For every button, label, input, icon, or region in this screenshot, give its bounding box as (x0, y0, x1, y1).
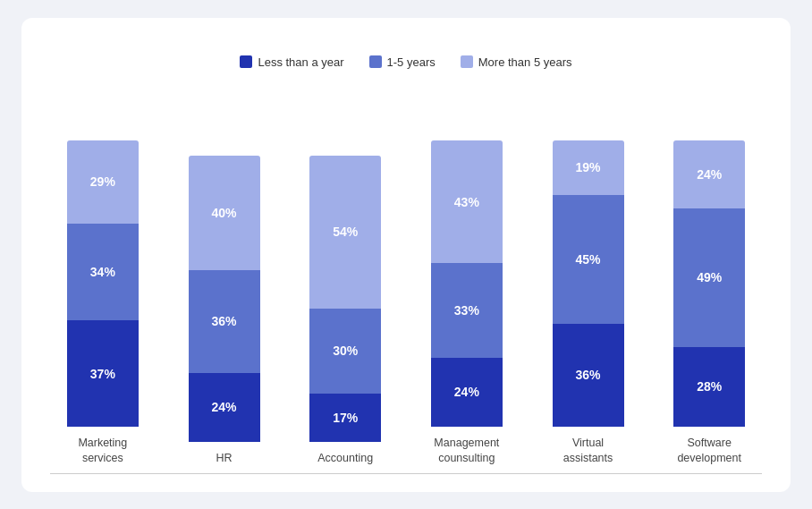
bar-label-2: Accounting (317, 451, 373, 466)
bar-label-4: Virtualassistants (563, 436, 613, 466)
bar-segment-bottom-3: 24% (431, 358, 503, 427)
bar-group-3: 43%33%24%Managementcounsulting (414, 140, 520, 466)
bar-group-0: 29%34%37%Marketingservices (50, 140, 156, 466)
legend-color-mid (369, 55, 382, 68)
bar-segment-top-0: 29% (67, 140, 139, 224)
bar-label-0: Marketingservices (78, 436, 127, 466)
bars-area: 29%34%37%Marketingservices40%36%24%HR54%… (50, 89, 762, 474)
bar-0: 29%34%37% (67, 140, 139, 427)
bar-5: 24%49%28% (673, 140, 745, 427)
bar-segment-top-2: 54% (309, 156, 381, 309)
bar-label-1: HR (216, 451, 232, 466)
bar-segment-bottom-2: 17% (309, 394, 381, 442)
chart-container: Less than a year1-5 yearsMore than 5 yea… (21, 18, 791, 492)
legend-label-more: More than 5 years (478, 55, 572, 69)
bar-segment-bottom-1: 24% (189, 373, 260, 442)
bar-segment-bottom-5: 28% (673, 347, 745, 427)
bar-segment-top-5: 24% (673, 140, 745, 208)
bar-segment-mid-2: 30% (309, 309, 381, 394)
bar-group-2: 54%30%17%Accounting (292, 156, 398, 466)
legend-item-more: More than 5 years (461, 55, 572, 69)
bar-segment-mid-5: 49% (673, 208, 745, 347)
bar-segment-mid-3: 33% (431, 263, 503, 358)
bar-group-1: 40%36%24%HR (172, 156, 277, 466)
bar-segment-mid-0: 34% (67, 224, 139, 321)
bar-segment-mid-4: 45% (553, 195, 624, 324)
legend-item-mid: 1-5 years (369, 55, 436, 69)
bar-segment-bottom-4: 36% (553, 324, 624, 427)
bar-1: 40%36%24% (189, 156, 260, 442)
bar-label-5: Softwaredevelopment (677, 436, 741, 466)
bar-group-5: 24%49%28%Softwaredevelopment (656, 140, 762, 466)
bar-segment-top-3: 43% (431, 140, 503, 264)
legend-item-less: Less than a year (240, 55, 343, 69)
bar-3: 43%33%24% (431, 140, 503, 427)
legend: Less than a year1-5 yearsMore than 5 yea… (240, 55, 571, 69)
bar-segment-top-4: 19% (553, 140, 624, 195)
legend-color-less (240, 55, 252, 68)
bar-4: 19%45%36% (553, 140, 624, 427)
bar-segment-mid-1: 36% (189, 270, 260, 373)
legend-label-mid: 1-5 years (387, 55, 436, 69)
legend-color-more (461, 55, 473, 68)
bar-2: 54%30%17% (309, 156, 381, 442)
bar-segment-bottom-0: 37% (67, 320, 139, 426)
bar-group-4: 19%45%36%Virtualassistants (536, 140, 641, 466)
bar-label-3: Managementcounsulting (434, 436, 499, 466)
bar-segment-top-1: 40% (189, 156, 260, 270)
legend-label-less: Less than a year (258, 55, 343, 69)
